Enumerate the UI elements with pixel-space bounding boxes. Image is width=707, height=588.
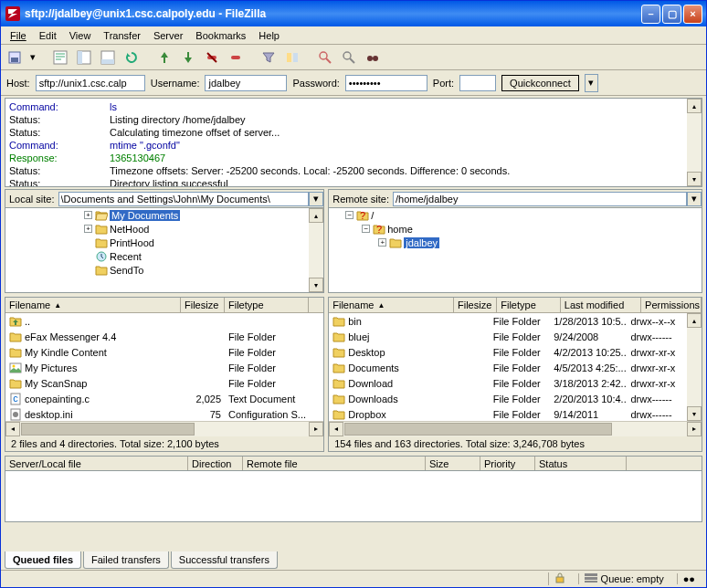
tab-failed[interactable]: Failed transfers <box>83 551 169 569</box>
expand-icon[interactable]: + <box>84 211 92 219</box>
file-row[interactable]: eFax Messenger 4.4File Folder <box>5 329 323 344</box>
menu-help[interactable]: Help <box>253 28 285 43</box>
remote-site-drop-icon[interactable]: ▾ <box>687 192 702 206</box>
remote-tree[interactable]: −?/−?home+jdalbey <box>328 207 702 293</box>
disconnect-button[interactable] <box>202 47 222 68</box>
file-row[interactable]: DropboxFile Folder9/14/2011drwx------j <box>329 406 702 421</box>
remote-file-list[interactable]: binFile Folder1/28/2013 10:5...drwx--x--… <box>329 313 702 421</box>
menu-edit[interactable]: Edit <box>34 28 62 43</box>
column-header[interactable]: Remote file <box>243 457 426 470</box>
message-log[interactable]: Command:lsStatus:Listing directory /home… <box>5 98 702 187</box>
local-site-drop-icon[interactable]: ▾ <box>309 192 323 206</box>
quickconnect-button[interactable]: Quickconnect <box>501 75 579 91</box>
column-header[interactable]: Filesize <box>454 298 497 312</box>
host-input[interactable] <box>36 75 145 91</box>
column-header[interactable]: Direction <box>188 457 243 470</box>
menu-server[interactable]: Server <box>148 28 188 43</box>
file-row[interactable]: binFile Folder1/28/2013 10:5...drwx--x--… <box>329 313 702 329</box>
column-header[interactable]: Server/Local file <box>5 457 188 470</box>
filter-button[interactable] <box>259 47 279 68</box>
remote-hscroll[interactable]: ◂▸ <box>329 421 702 436</box>
svg-rect-10 <box>287 53 291 62</box>
menu-bookmarks[interactable]: Bookmarks <box>190 28 251 43</box>
column-header[interactable]: Filesize <box>181 298 225 312</box>
password-input[interactable] <box>345 75 427 91</box>
compare-button[interactable] <box>282 47 302 68</box>
local-site-input[interactable] <box>58 192 310 206</box>
site-manager-button[interactable] <box>5 47 25 68</box>
file-row[interactable]: DesktopFile Folder4/2/2013 10:25...drwxr… <box>329 344 702 360</box>
expand-icon[interactable]: − <box>362 225 370 233</box>
menu-file[interactable]: File <box>5 28 32 43</box>
log-scrollbar[interactable]: ▴▾ <box>687 99 702 186</box>
cancel-button[interactable] <box>178 47 198 68</box>
sync-browse-button[interactable] <box>315 47 335 68</box>
local-tree-scrollbar[interactable]: ▴▾ <box>309 208 323 292</box>
toggle-log-button[interactable] <box>50 47 70 68</box>
file-row[interactable]: DocumentsFile Folder4/5/2013 4:25:...drw… <box>329 360 702 375</box>
binoculars-icon[interactable] <box>363 47 383 68</box>
tree-node[interactable]: PrintHood <box>5 236 323 249</box>
column-header[interactable]: Last modified <box>561 298 641 312</box>
close-button[interactable]: × <box>683 5 702 24</box>
local-tree[interactable]: +My Documents+NetHoodPrintHoodRecentSend… <box>5 207 324 293</box>
file-row[interactable]: My Kindle ContentFile Folder <box>5 344 323 360</box>
tab-queued[interactable]: Queued files <box>5 551 81 569</box>
column-header[interactable]: Filename▲ <box>5 298 181 312</box>
tree-node[interactable]: +jdalbey <box>329 236 702 249</box>
column-header[interactable]: Priority <box>480 457 535 470</box>
folder-icon <box>332 316 345 327</box>
folder-icon <box>332 362 345 373</box>
quickconnect-history-button[interactable]: ▾ <box>585 74 598 92</box>
svg-point-13 <box>343 52 351 59</box>
maximize-button[interactable]: ▢ <box>662 5 681 24</box>
tree-node[interactable]: −?/ <box>329 208 702 222</box>
file-row[interactable]: desktop.ini75Configuration S... <box>5 406 323 421</box>
menu-view[interactable]: View <box>64 28 97 43</box>
column-header[interactable]: Filetype <box>497 298 561 312</box>
remote-list-scrollbar[interactable]: ▴▾ <box>687 313 702 421</box>
column-header[interactable]: Permissions <box>641 298 702 312</box>
port-input[interactable] <box>459 75 496 91</box>
folder-icon <box>332 378 345 389</box>
file-row[interactable]: DownloadFile Folder3/18/2013 2:42...drwx… <box>329 375 702 391</box>
toggle-queue-button[interactable] <box>98 47 118 68</box>
column-header[interactable]: Size <box>426 457 480 470</box>
remote-site-input[interactable] <box>393 192 687 206</box>
file-row[interactable]: My ScanSnapFile Folder <box>5 375 323 391</box>
tree-node[interactable]: SendTo <box>5 263 323 277</box>
tree-node[interactable]: +My Documents <box>5 208 323 222</box>
toolbar: ▾ <box>1 45 706 70</box>
queue-body[interactable] <box>5 471 702 522</box>
column-header[interactable]: Filetype <box>225 298 309 312</box>
local-file-list[interactable]: ..eFax Messenger 4.4File FolderMy Kindle… <box>5 313 323 421</box>
remote-site-bar: Remote site: ▾ <box>328 189 702 207</box>
local-hscroll[interactable]: ◂▸ <box>5 421 323 436</box>
file-row[interactable]: DownloadsFile Folder2/20/2013 10:4...drw… <box>329 391 702 406</box>
window-title: sftp://jdalbey@unix1.csc.calpoly.edu - F… <box>25 7 641 20</box>
search-button[interactable] <box>339 47 359 68</box>
column-header[interactable]: Filename▲ <box>329 298 454 312</box>
reconnect-button[interactable] <box>226 47 246 68</box>
title-bar: sftp://jdalbey@unix1.csc.calpoly.edu - F… <box>1 1 706 26</box>
username-label: Username: <box>151 78 200 89</box>
minimize-button[interactable]: – <box>641 5 660 24</box>
file-row[interactable]: bluejFile Folder9/24/2008drwx------j <box>329 329 702 344</box>
file-row[interactable]: .. <box>5 313 323 329</box>
site-manager-drop-icon[interactable]: ▾ <box>28 47 37 68</box>
toggle-tree-button[interactable] <box>74 47 94 68</box>
tree-node[interactable]: −?home <box>329 222 702 236</box>
refresh-button[interactable] <box>121 47 142 68</box>
expand-icon[interactable]: + <box>84 225 92 233</box>
username-input[interactable] <box>205 75 287 91</box>
process-queue-button[interactable] <box>154 47 174 68</box>
file-row[interactable]: cconepainting.c2,025Text Document <box>5 391 323 406</box>
tab-successful[interactable]: Successful transfers <box>171 551 278 569</box>
tree-node[interactable]: Recent <box>5 249 323 263</box>
column-header[interactable]: Status <box>535 457 627 470</box>
tree-node[interactable]: +NetHood <box>5 222 323 236</box>
expand-icon[interactable]: − <box>345 211 354 219</box>
expand-icon[interactable]: + <box>378 238 386 247</box>
menu-transfer[interactable]: Transfer <box>98 28 146 43</box>
file-row[interactable]: My PicturesFile Folder <box>5 360 323 375</box>
